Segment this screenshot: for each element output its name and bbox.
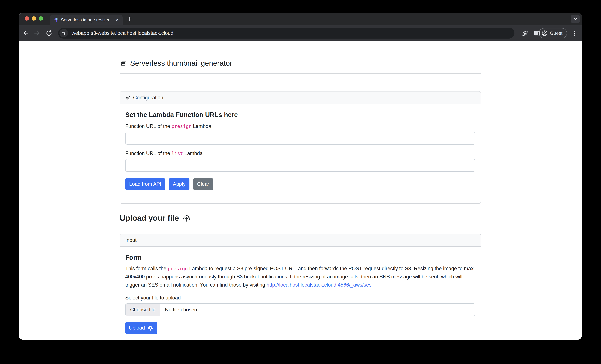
presign-url-input[interactable]: [125, 132, 475, 145]
browser-window: Serverless image resizer ✕ +: [19, 13, 582, 340]
profile-label: Guest: [550, 30, 562, 36]
reload-button[interactable]: [45, 30, 53, 37]
browser-menu-button[interactable]: [571, 30, 578, 37]
clear-button[interactable]: Clear: [193, 178, 213, 190]
upload-section-heading: Upload your file: [120, 213, 179, 222]
site-settings-button[interactable]: [60, 29, 68, 37]
profile-button[interactable]: Guest: [539, 28, 567, 38]
form-heading: Form: [125, 254, 475, 261]
close-window-button[interactable]: [25, 16, 29, 20]
upload-button[interactable]: Upload: [125, 322, 157, 334]
cloud-upload-fill-icon: [147, 325, 154, 331]
list-code: list: [171, 151, 183, 156]
page-content: Serverless thumbnail generator Configura…: [19, 41, 582, 340]
apply-button[interactable]: Apply: [169, 178, 190, 190]
presign-code: presign: [171, 123, 191, 129]
configuration-card-title: Configuration: [133, 95, 163, 101]
zoom-window-button[interactable]: [39, 16, 43, 20]
page-title: Serverless thumbnail generator: [130, 59, 232, 68]
tab-title: Serverless image resizer: [61, 18, 114, 22]
tab-strip: Serverless image resizer ✕ +: [19, 13, 582, 25]
page-title-row: Serverless thumbnail generator: [120, 59, 481, 68]
browser-tab[interactable]: Serverless image resizer ✕: [50, 15, 123, 25]
upload-button-label: Upload: [129, 325, 145, 331]
tune-icon: [61, 31, 66, 36]
config-button-row: Load from API Apply Clear: [125, 178, 475, 190]
presign-label-prefix: Function URL of the: [125, 123, 171, 129]
back-arrow-icon: [22, 30, 29, 37]
input-card-title: Input: [125, 237, 137, 243]
upload-section-heading-row: Upload your file: [120, 213, 481, 222]
back-button[interactable]: [22, 30, 29, 37]
input-card-header: Input: [120, 234, 481, 247]
configuration-card-header: Configuration: [120, 91, 481, 104]
load-from-api-button[interactable]: Load from API: [125, 178, 165, 190]
chevron-down-icon: [572, 16, 578, 22]
three-dots-icon: [571, 30, 578, 37]
cloud-upload-icon: [182, 214, 191, 222]
tab-search-button[interactable]: [571, 15, 580, 23]
list-url-label: Function URL of the list Lambda: [125, 151, 475, 156]
presign-label-suffix: Lambda: [191, 123, 211, 129]
person-circle-icon: [541, 30, 548, 36]
form-description: This form calls the presign Lambda to re…: [125, 264, 475, 289]
traffic-lights: [25, 16, 43, 20]
url-text: webapp.s3-website.localhost.localstack.c…: [71, 30, 173, 36]
close-tab-icon[interactable]: ✕: [115, 17, 119, 22]
url-bar[interactable]: webapp.s3-website.localhost.localstack.c…: [58, 28, 514, 39]
config-heading: Set the Lambda Function URLs here: [125, 111, 475, 119]
gear-icon: [125, 95, 131, 101]
file-status-text: No file chosen: [160, 304, 197, 316]
input-card-body: Form This form calls the presign Lambda …: [120, 247, 481, 340]
list-url-input[interactable]: [125, 159, 475, 172]
upload-divider: [120, 229, 481, 229]
minimize-window-button[interactable]: [32, 16, 36, 20]
list-label-suffix: Lambda: [183, 151, 203, 156]
choose-file-button[interactable]: Choose file: [126, 304, 160, 316]
screenshot-background: Serverless image resizer ✕ +: [0, 0, 601, 364]
browser-toolbar: webapp.s3-website.localhost.localstack.c…: [19, 25, 582, 41]
file-select-label: Select your file to upload: [125, 295, 475, 301]
title-divider: [120, 73, 481, 74]
file-input[interactable]: Choose file No file chosen: [125, 303, 475, 316]
input-card: Input Form This form calls the presign L…: [120, 234, 481, 340]
tab-favicon: [53, 18, 58, 22]
ses-link[interactable]: http://localhost.localstack.cloud:4566/_…: [267, 282, 371, 288]
configuration-card: Configuration Set the Lambda Function UR…: [120, 91, 481, 204]
performance-button[interactable]: [521, 30, 529, 37]
page-container: Serverless thumbnail generator Configura…: [120, 41, 481, 340]
forward-button[interactable]: [33, 30, 41, 37]
configuration-card-body: Set the Lambda Function URLs here Functi…: [120, 104, 481, 203]
images-icon: [120, 60, 127, 67]
list-label-prefix: Function URL of the: [125, 151, 171, 156]
energy-saver-leaf-icon: [521, 30, 529, 37]
reload-icon: [45, 30, 53, 37]
desc-part-1: This form calls the: [125, 266, 168, 271]
desc-presign-code: presign: [168, 266, 188, 271]
presign-url-label: Function URL of the presign Lambda: [125, 123, 475, 129]
forward-arrow-icon: [33, 30, 41, 37]
new-tab-button[interactable]: +: [125, 14, 134, 23]
